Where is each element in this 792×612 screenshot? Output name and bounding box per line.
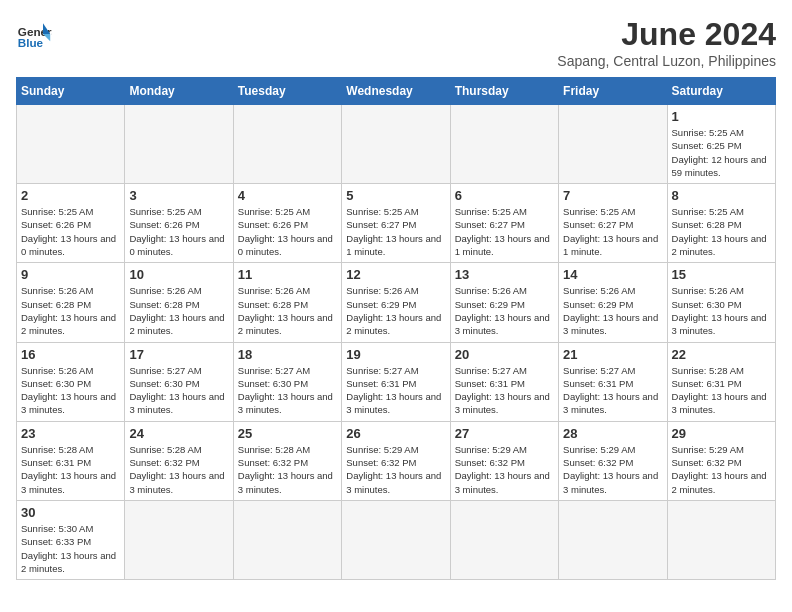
calendar-body: 1Sunrise: 5:25 AM Sunset: 6:25 PM Daylig… — [17, 105, 776, 580]
day-info: Sunrise: 5:29 AM Sunset: 6:32 PM Dayligh… — [455, 443, 554, 496]
calendar-week-row: 1Sunrise: 5:25 AM Sunset: 6:25 PM Daylig… — [17, 105, 776, 184]
day-number: 15 — [672, 267, 771, 282]
day-number: 4 — [238, 188, 337, 203]
page-header: General Blue June 2024 Sapang, Central L… — [16, 16, 776, 69]
calendar-day-cell: 5Sunrise: 5:25 AM Sunset: 6:27 PM Daylig… — [342, 184, 450, 263]
day-info: Sunrise: 5:28 AM Sunset: 6:31 PM Dayligh… — [672, 364, 771, 417]
calendar-week-row: 16Sunrise: 5:26 AM Sunset: 6:30 PM Dayli… — [17, 342, 776, 421]
calendar-day-cell: 24Sunrise: 5:28 AM Sunset: 6:32 PM Dayli… — [125, 421, 233, 500]
day-number: 9 — [21, 267, 120, 282]
calendar-day-cell: 20Sunrise: 5:27 AM Sunset: 6:31 PM Dayli… — [450, 342, 558, 421]
calendar-day-cell: 6Sunrise: 5:25 AM Sunset: 6:27 PM Daylig… — [450, 184, 558, 263]
day-number: 14 — [563, 267, 662, 282]
calendar-day-cell — [17, 105, 125, 184]
calendar-day-cell: 23Sunrise: 5:28 AM Sunset: 6:31 PM Dayli… — [17, 421, 125, 500]
day-info: Sunrise: 5:27 AM Sunset: 6:31 PM Dayligh… — [455, 364, 554, 417]
calendar-day-cell: 2Sunrise: 5:25 AM Sunset: 6:26 PM Daylig… — [17, 184, 125, 263]
calendar-week-row: 23Sunrise: 5:28 AM Sunset: 6:31 PM Dayli… — [17, 421, 776, 500]
day-info: Sunrise: 5:27 AM Sunset: 6:31 PM Dayligh… — [563, 364, 662, 417]
day-info: Sunrise: 5:25 AM Sunset: 6:26 PM Dayligh… — [21, 205, 120, 258]
day-number: 11 — [238, 267, 337, 282]
calendar-week-row: 2Sunrise: 5:25 AM Sunset: 6:26 PM Daylig… — [17, 184, 776, 263]
day-info: Sunrise: 5:26 AM Sunset: 6:28 PM Dayligh… — [129, 284, 228, 337]
day-number: 2 — [21, 188, 120, 203]
day-info: Sunrise: 5:27 AM Sunset: 6:30 PM Dayligh… — [129, 364, 228, 417]
day-info: Sunrise: 5:25 AM Sunset: 6:27 PM Dayligh… — [346, 205, 445, 258]
day-number: 7 — [563, 188, 662, 203]
calendar-day-cell — [125, 500, 233, 579]
day-info: Sunrise: 5:26 AM Sunset: 6:28 PM Dayligh… — [238, 284, 337, 337]
calendar-day-cell: 13Sunrise: 5:26 AM Sunset: 6:29 PM Dayli… — [450, 263, 558, 342]
day-info: Sunrise: 5:28 AM Sunset: 6:31 PM Dayligh… — [21, 443, 120, 496]
calendar-day-cell: 4Sunrise: 5:25 AM Sunset: 6:26 PM Daylig… — [233, 184, 341, 263]
calendar-day-cell: 22Sunrise: 5:28 AM Sunset: 6:31 PM Dayli… — [667, 342, 775, 421]
day-info: Sunrise: 5:25 AM Sunset: 6:28 PM Dayligh… — [672, 205, 771, 258]
calendar-day-cell — [233, 105, 341, 184]
logo: General Blue — [16, 16, 52, 52]
day-info: Sunrise: 5:29 AM Sunset: 6:32 PM Dayligh… — [672, 443, 771, 496]
calendar-week-row: 30Sunrise: 5:30 AM Sunset: 6:33 PM Dayli… — [17, 500, 776, 579]
day-number: 26 — [346, 426, 445, 441]
calendar-day-cell: 16Sunrise: 5:26 AM Sunset: 6:30 PM Dayli… — [17, 342, 125, 421]
month-year-title: June 2024 — [557, 16, 776, 53]
calendar-week-row: 9Sunrise: 5:26 AM Sunset: 6:28 PM Daylig… — [17, 263, 776, 342]
calendar-day-cell: 12Sunrise: 5:26 AM Sunset: 6:29 PM Dayli… — [342, 263, 450, 342]
day-number: 20 — [455, 347, 554, 362]
day-number: 22 — [672, 347, 771, 362]
calendar-day-cell: 29Sunrise: 5:29 AM Sunset: 6:32 PM Dayli… — [667, 421, 775, 500]
day-info: Sunrise: 5:26 AM Sunset: 6:30 PM Dayligh… — [672, 284, 771, 337]
day-number: 29 — [672, 426, 771, 441]
day-number: 19 — [346, 347, 445, 362]
calendar-table: SundayMondayTuesdayWednesdayThursdayFrid… — [16, 77, 776, 580]
location-title: Sapang, Central Luzon, Philippines — [557, 53, 776, 69]
calendar-day-cell: 11Sunrise: 5:26 AM Sunset: 6:28 PM Dayli… — [233, 263, 341, 342]
day-info: Sunrise: 5:25 AM Sunset: 6:25 PM Dayligh… — [672, 126, 771, 179]
day-number: 1 — [672, 109, 771, 124]
day-info: Sunrise: 5:26 AM Sunset: 6:29 PM Dayligh… — [346, 284, 445, 337]
calendar-day-cell: 10Sunrise: 5:26 AM Sunset: 6:28 PM Dayli… — [125, 263, 233, 342]
title-area: June 2024 Sapang, Central Luzon, Philipp… — [557, 16, 776, 69]
day-info: Sunrise: 5:30 AM Sunset: 6:33 PM Dayligh… — [21, 522, 120, 575]
day-info: Sunrise: 5:29 AM Sunset: 6:32 PM Dayligh… — [346, 443, 445, 496]
day-info: Sunrise: 5:25 AM Sunset: 6:26 PM Dayligh… — [129, 205, 228, 258]
day-number: 18 — [238, 347, 337, 362]
calendar-day-cell: 21Sunrise: 5:27 AM Sunset: 6:31 PM Dayli… — [559, 342, 667, 421]
calendar-day-cell — [559, 500, 667, 579]
day-number: 28 — [563, 426, 662, 441]
calendar-day-cell — [450, 105, 558, 184]
day-info: Sunrise: 5:27 AM Sunset: 6:30 PM Dayligh… — [238, 364, 337, 417]
day-number: 8 — [672, 188, 771, 203]
day-info: Sunrise: 5:29 AM Sunset: 6:32 PM Dayligh… — [563, 443, 662, 496]
day-number: 13 — [455, 267, 554, 282]
day-info: Sunrise: 5:26 AM Sunset: 6:29 PM Dayligh… — [563, 284, 662, 337]
weekday-header-cell: Friday — [559, 78, 667, 105]
weekday-header-cell: Saturday — [667, 78, 775, 105]
weekday-header-cell: Thursday — [450, 78, 558, 105]
calendar-day-cell — [233, 500, 341, 579]
day-number: 6 — [455, 188, 554, 203]
calendar-day-cell: 3Sunrise: 5:25 AM Sunset: 6:26 PM Daylig… — [125, 184, 233, 263]
calendar-day-cell: 15Sunrise: 5:26 AM Sunset: 6:30 PM Dayli… — [667, 263, 775, 342]
day-number: 3 — [129, 188, 228, 203]
weekday-header-row: SundayMondayTuesdayWednesdayThursdayFrid… — [17, 78, 776, 105]
calendar-day-cell: 7Sunrise: 5:25 AM Sunset: 6:27 PM Daylig… — [559, 184, 667, 263]
calendar-day-cell: 30Sunrise: 5:30 AM Sunset: 6:33 PM Dayli… — [17, 500, 125, 579]
calendar-day-cell: 19Sunrise: 5:27 AM Sunset: 6:31 PM Dayli… — [342, 342, 450, 421]
calendar-day-cell — [342, 105, 450, 184]
calendar-day-cell: 28Sunrise: 5:29 AM Sunset: 6:32 PM Dayli… — [559, 421, 667, 500]
day-number: 25 — [238, 426, 337, 441]
calendar-day-cell: 1Sunrise: 5:25 AM Sunset: 6:25 PM Daylig… — [667, 105, 775, 184]
calendar-day-cell: 8Sunrise: 5:25 AM Sunset: 6:28 PM Daylig… — [667, 184, 775, 263]
weekday-header-cell: Monday — [125, 78, 233, 105]
day-number: 5 — [346, 188, 445, 203]
day-info: Sunrise: 5:28 AM Sunset: 6:32 PM Dayligh… — [238, 443, 337, 496]
calendar-day-cell — [667, 500, 775, 579]
day-number: 30 — [21, 505, 120, 520]
weekday-header-cell: Sunday — [17, 78, 125, 105]
day-info: Sunrise: 5:28 AM Sunset: 6:32 PM Dayligh… — [129, 443, 228, 496]
calendar-day-cell: 18Sunrise: 5:27 AM Sunset: 6:30 PM Dayli… — [233, 342, 341, 421]
day-info: Sunrise: 5:26 AM Sunset: 6:28 PM Dayligh… — [21, 284, 120, 337]
day-info: Sunrise: 5:25 AM Sunset: 6:27 PM Dayligh… — [563, 205, 662, 258]
weekday-header-cell: Tuesday — [233, 78, 341, 105]
calendar-day-cell: 9Sunrise: 5:26 AM Sunset: 6:28 PM Daylig… — [17, 263, 125, 342]
